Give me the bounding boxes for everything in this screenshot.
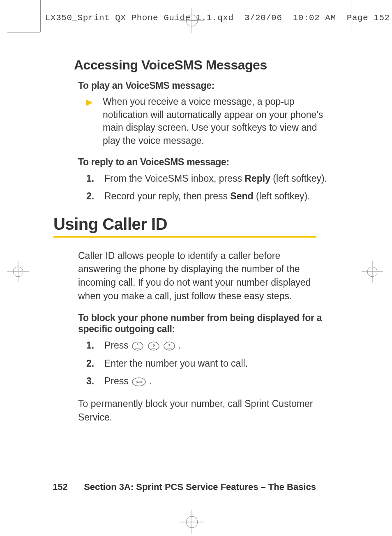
- crop-mark: [351, 272, 384, 272]
- list-item: 1. Press *SHIFT 6MNO 7PQRS .: [86, 339, 337, 352]
- paragraph: To permanently block your number, call S…: [78, 397, 325, 424]
- label-reply-voicesms: To reply to an VoiceSMS message:: [78, 157, 337, 168]
- paragraph: Caller ID allows people to identify a ca…: [78, 249, 325, 303]
- svg-text:7: 7: [168, 343, 170, 347]
- list-item: 2. Record your reply, then press Send (l…: [86, 189, 337, 203]
- svg-text:*: *: [137, 343, 138, 347]
- svg-text:SHIFT: SHIFT: [135, 348, 140, 350]
- label-play-voicesms: To play an VoiceSMS message:: [78, 80, 337, 91]
- section-label: Section 3A: Sprint PCS Service Features …: [84, 482, 316, 492]
- svg-text:TALK: TALK: [136, 381, 143, 384]
- step-text: From the VoiceSMS inbox, press Reply (le…: [104, 172, 337, 185]
- page-content: Accessing VoiceSMS Messages To play an V…: [53, 58, 337, 424]
- page-number: 152: [53, 482, 81, 492]
- text-fragment: Press: [104, 376, 131, 386]
- step-text: Record your reply, then press Send (left…: [104, 189, 337, 203]
- svg-text:6: 6: [152, 343, 154, 347]
- registration-mark-icon: [180, 510, 204, 534]
- text-fragment: (left softkey).: [254, 191, 310, 201]
- list-item: 3. Press TALK .: [86, 374, 337, 388]
- slug-page: Page 152: [347, 13, 390, 23]
- step-number: 3.: [86, 374, 104, 388]
- text-fragment: .: [150, 376, 152, 386]
- keypad-6-icon: 6MNO: [148, 342, 160, 351]
- keypad-star-icon: *SHIFT: [131, 342, 144, 351]
- step-number: 1.: [86, 172, 104, 185]
- text-fragment: .: [178, 340, 181, 351]
- crop-mark: [40, 0, 41, 32]
- list-item: 1. From the VoiceSMS inbox, press Reply …: [86, 172, 337, 185]
- svg-text:MNO: MNO: [152, 348, 155, 350]
- crop-mark: [7, 272, 40, 272]
- heading-voicesms: Accessing VoiceSMS Messages: [74, 58, 337, 73]
- bullet-item: ▶ When you receive a voice message, a po…: [86, 95, 337, 148]
- step-number: 2.: [86, 189, 104, 203]
- label-block-number: To block your phone number from being di…: [78, 312, 325, 335]
- step-text: Press *SHIFT 6MNO 7PQRS .: [104, 339, 337, 352]
- text-fragment: Press: [104, 340, 131, 351]
- slug-filename: LX350_Sprint QX Phone Guide_1.1.qxd: [45, 13, 234, 23]
- list-item: 2. Enter the number you want to call.: [86, 357, 337, 370]
- slug-time: 10:02 AM: [293, 13, 336, 23]
- keypad-talk-icon: TALK: [131, 377, 146, 386]
- bullet-text: When you receive a voice message, a pop-…: [103, 95, 337, 148]
- softkey-name: Send: [230, 191, 253, 201]
- prepress-slug: LX350_Sprint QX Phone Guide_1.1.qxd 3/20…: [45, 13, 390, 23]
- svg-text:PQRS: PQRS: [167, 348, 172, 350]
- heading-callerid: Using Caller ID: [53, 215, 316, 238]
- text-fragment: From the VoiceSMS inbox, press: [104, 173, 244, 184]
- text-fragment: Record your reply, then press: [104, 191, 230, 201]
- step-number: 1.: [86, 339, 104, 352]
- step-text: Enter the number you want to call.: [104, 357, 337, 370]
- step-number: 2.: [86, 357, 104, 370]
- slug-date: 3/20/06: [244, 13, 282, 23]
- softkey-name: Reply: [244, 173, 270, 184]
- text-fragment: (left softkey).: [270, 173, 327, 184]
- step-text: Press TALK .: [104, 374, 337, 388]
- bullet-triangle-icon: ▶: [86, 95, 103, 148]
- keypad-7-icon: 7PQRS: [163, 342, 175, 351]
- registration-mark-icon: [180, 8, 204, 33]
- crop-mark: [7, 32, 40, 32]
- page-footer: 152 Section 3A: Sprint PCS Service Featu…: [53, 482, 316, 492]
- crop-mark: [351, 0, 351, 32]
